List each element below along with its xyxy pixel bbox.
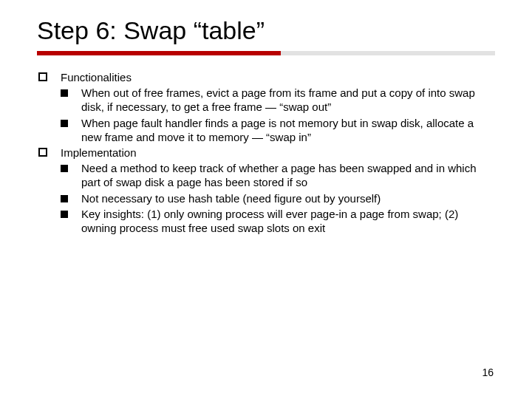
list-item: Functionalities [37, 70, 495, 84]
bullet-text: When out of free frames, evict a page fr… [81, 86, 495, 114]
hollow-square-bullet-icon [38, 148, 47, 157]
bullet-text: Key insights: (1) only owning process wi… [81, 207, 495, 235]
section-heading: Functionalities [61, 70, 495, 84]
title-underline [37, 51, 495, 55]
bullet-text: When page fault handler finds a page is … [81, 116, 495, 144]
filled-square-bullet-icon [61, 165, 68, 172]
list-item: Not necessary to use hash table (need fi… [61, 191, 495, 205]
page-number: 16 [482, 366, 494, 378]
bullet-text: Need a method to keep track of whether a… [81, 161, 495, 189]
list-item: Key insights: (1) only owning process wi… [61, 207, 495, 235]
list-item: Implementation [37, 146, 495, 160]
list-item: Need a method to keep track of whether a… [61, 161, 495, 189]
slide-title: Step 6: Swap “table” [37, 16, 495, 45]
slide: Step 6: Swap “table” Functionalities Whe… [0, 0, 532, 399]
filled-square-bullet-icon [61, 89, 68, 97]
slide-content: Functionalities When out of free frames,… [37, 70, 495, 235]
bullet-text: Not necessary to use hash table (need fi… [81, 191, 495, 205]
list-item: When out of free frames, evict a page fr… [61, 86, 495, 114]
list-item: When page fault handler finds a page is … [61, 116, 495, 144]
filled-square-bullet-icon [61, 195, 68, 202]
hollow-square-bullet-icon [38, 72, 47, 81]
filled-square-bullet-icon [61, 211, 68, 218]
section-heading: Implementation [61, 146, 495, 160]
filled-square-bullet-icon [61, 120, 68, 127]
